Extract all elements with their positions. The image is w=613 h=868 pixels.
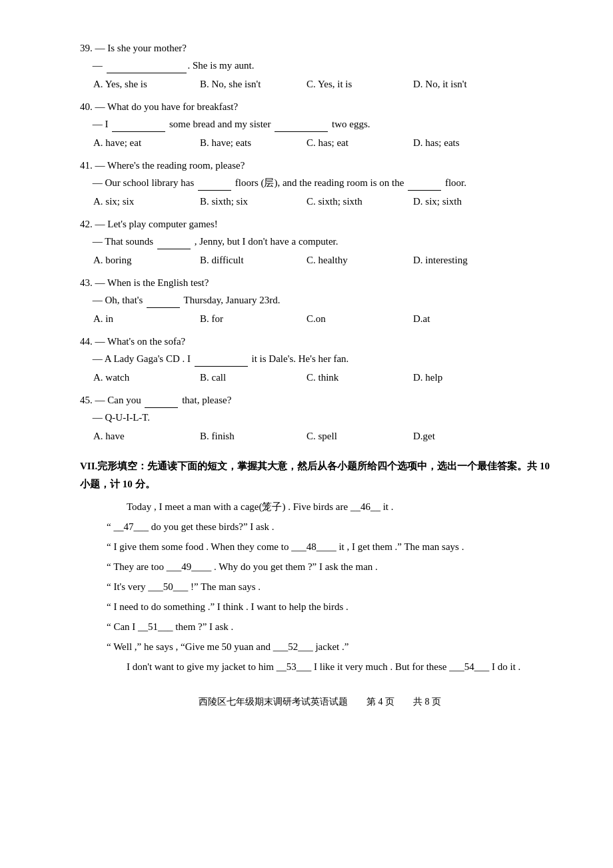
q43-optA: A. in: [93, 311, 180, 327]
q40-line2: — I some bread and my sister two eggs.: [80, 116, 560, 132]
page-footer: 西陵区七年级期末调研考试英语试题 第 4 页 共 8 页: [80, 695, 560, 709]
q41-optC: C. sixth; sixth: [306, 193, 393, 209]
q43-line1: 43. — When is the English test?: [80, 275, 560, 291]
q42-line1: 42. — Let's play computer games!: [80, 216, 560, 232]
question-39: 39. — Is she your mother? — . She is my …: [80, 40, 560, 92]
q42-optC: C. healthy: [306, 252, 393, 268]
q40-blank1: [112, 131, 165, 132]
passage-line-5: “ It's very ___50___ !” The man says .: [107, 579, 560, 595]
q45-optA: A. have: [93, 428, 180, 444]
q39-optB: B. No, she isn't: [200, 76, 287, 92]
q45-line2: — Q-U-I-L-T.: [80, 409, 560, 425]
q44-line2: — A Lady Gaga's CD . I it is Dale's. He'…: [80, 351, 560, 367]
q40-optB: B. have; eats: [200, 135, 287, 151]
q42-optB: B. difficult: [200, 252, 287, 268]
q42-blank: [157, 249, 191, 249]
passage-line-1: Today , I meet a man with a cage(笼子) . F…: [107, 499, 560, 515]
q41-optA: A. six; six: [93, 193, 180, 209]
q43-blank: [147, 307, 180, 308]
q45-options: A. have B. finish C. spell D.get: [80, 428, 560, 444]
passage-line-6: “ I need to do something .” I think . I …: [107, 599, 560, 615]
q39-options: A. Yes, she is B. No, she isn't C. Yes, …: [80, 76, 560, 92]
passage-line-4: “ They are too ___49____ . Why do you ge…: [107, 559, 560, 575]
q43-optD: D.at: [413, 311, 500, 327]
passage-line-9: I don't want to give my jacket to him __…: [107, 659, 560, 675]
q41-optD: D. six; sixth: [413, 193, 500, 209]
q42-options: A. boring B. difficult C. healthy D. int…: [80, 252, 560, 268]
passage-line-7: “ Can I __51___ them ?” I ask .: [107, 619, 560, 635]
q41-optB: B. sixth; six: [200, 193, 287, 209]
passage-line-3: “ I give them some food . When they come…: [107, 539, 560, 555]
q44-optB: B. call: [200, 369, 287, 385]
q40-options: A. have; eat B. have; eats C. has; eat D…: [80, 135, 560, 151]
q39-optC: C. Yes, it is: [306, 76, 393, 92]
q40-blank2: [275, 131, 328, 132]
q43-optC: C.on: [306, 311, 393, 327]
q40-optA: A. have; eat: [93, 135, 180, 151]
q41-blank1: [198, 190, 231, 191]
question-42: 42. — Let's play computer games! — That …: [80, 216, 560, 268]
question-43: 43. — When is the English test? — Oh, th…: [80, 275, 560, 327]
q42-optA: A. boring: [93, 252, 180, 268]
q44-optC: C. think: [306, 369, 393, 385]
q45-blank: [145, 407, 178, 408]
passage-line-8: “ Well ,” he says , “Give me 50 yuan and…: [107, 639, 560, 655]
q41-line1: 41. — Where's the reading room, please?: [80, 157, 560, 173]
q41-options: A. six; six B. sixth; six C. sixth; sixt…: [80, 193, 560, 209]
question-44: 44. — What's on the sofa? — A Lady Gaga'…: [80, 333, 560, 385]
section7-header: VII.完形填空：先通读下面的短文，掌握其大意，然后从各小题所给四个选项中，选出…: [80, 457, 560, 493]
section7-title: VII.完形填空：: [80, 461, 147, 471]
q44-line1: 44. — What's on the sofa?: [80, 333, 560, 349]
question-40: 40. — What do you have for breakfast? — …: [80, 99, 560, 151]
q39-line2: — . She is my aunt.: [80, 57, 560, 73]
q44-optD: D. help: [413, 369, 500, 385]
q39-blank: [107, 73, 187, 73]
q43-optB: B. for: [200, 311, 287, 327]
passage-line-2: “ __47___ do you get these birds?” I ask…: [107, 519, 560, 535]
q42-line2: — That sounds , Jenny, but I don't have …: [80, 233, 560, 249]
q45-optC: C. spell: [306, 428, 393, 444]
q41-line2: — Our school library has floors (层), and…: [80, 175, 560, 191]
q45-optD: D.get: [413, 428, 500, 444]
q45-line1: 45. — Can you that, please?: [80, 392, 560, 408]
passage-block: Today , I meet a man with a cage(笼子) . F…: [107, 499, 560, 675]
footer-exam-name: 西陵区七年级期末调研考试英语试题: [199, 697, 348, 707]
q43-line2: — Oh, that's Thursday, January 23rd.: [80, 292, 560, 308]
q44-options: A. watch B. call C. think D. help: [80, 369, 560, 385]
q40-optD: D. has; eats: [413, 135, 500, 151]
q42-optD: D. interesting: [413, 252, 500, 268]
q39-line1: 39. — Is she your mother?: [80, 40, 560, 56]
q39-optD: D. No, it isn't: [413, 76, 500, 92]
q44-blank: [195, 366, 248, 367]
q39-optA: A. Yes, she is: [93, 76, 180, 92]
q43-options: A. in B. for C.on D.at: [80, 311, 560, 327]
question-45: 45. — Can you that, please? — Q-U-I-L-T.…: [80, 392, 560, 444]
q44-optA: A. watch: [93, 369, 180, 385]
section7-desc: 先通读下面的短文，掌握其大意，然后从各小题所给四个选项中，选出一个最佳答案。共 …: [80, 461, 550, 489]
footer-page: 第 4 页: [366, 697, 394, 707]
q41-blank2: [408, 190, 441, 191]
q40-optC: C. has; eat: [306, 135, 393, 151]
q40-line1: 40. — What do you have for breakfast?: [80, 99, 560, 115]
footer-total: 共 8 页: [413, 697, 441, 707]
question-41: 41. — Where's the reading room, please? …: [80, 157, 560, 209]
q45-optB: B. finish: [200, 428, 287, 444]
